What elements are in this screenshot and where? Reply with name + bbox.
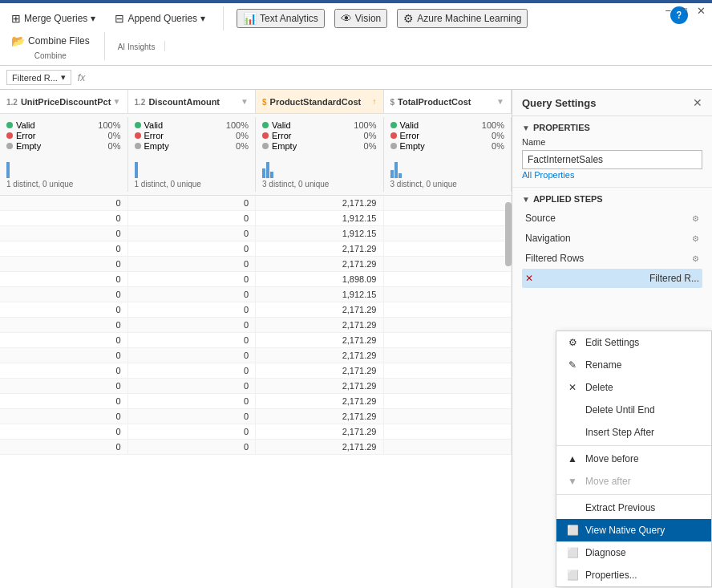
- valid-dot-1: [135, 122, 141, 128]
- cell-0-2: 2,171.29: [256, 196, 384, 210]
- context-extract-previous-label: Extract Previous: [585, 502, 655, 513]
- cell-4-1: 0: [128, 257, 257, 271]
- cell-16-1: 0: [128, 440, 257, 454]
- step-source-label: Source: [525, 213, 556, 224]
- azure-ml-btn[interactable]: ⚙ Azure Machine Learning: [397, 9, 528, 28]
- text-analytics-btn[interactable]: 📊 Text Analytics: [237, 9, 325, 28]
- error-label-0: Error: [16, 131, 35, 140]
- empty-dot-3: [390, 143, 397, 149]
- ribbon-divider: [223, 6, 224, 30]
- formula-bar: Filtered R... ▾ fx: [0, 66, 712, 90]
- col-filter-3[interactable]: ▼: [496, 97, 504, 106]
- merge-queries-label: Merge Queries: [24, 13, 87, 24]
- close-btn[interactable]: ✕: [697, 5, 706, 17]
- step-navigation[interactable]: Navigation ⚙: [522, 229, 702, 248]
- col-filter-0[interactable]: ▼: [113, 97, 121, 106]
- context-divider-1: [556, 445, 711, 446]
- table-row: 002,171.29: [0, 363, 512, 379]
- minimize-btn[interactable]: −: [665, 5, 672, 17]
- cell-12-2: 2,171.29: [256, 379, 384, 393]
- cell-9-1: 0: [128, 333, 257, 347]
- vision-btn[interactable]: 👁 Vision: [334, 9, 387, 28]
- valid-pct-0: 100%: [98, 120, 120, 130]
- maximize-btn[interactable]: □: [681, 5, 687, 17]
- empty-dot-2: [262, 143, 269, 149]
- cell-9-0: 0: [0, 333, 128, 347]
- formula-step-name: Filtered R...: [12, 73, 58, 83]
- step-error-icon: ✕: [525, 273, 533, 284]
- table-row: 002,171.29: [0, 348, 512, 363]
- context-edit-settings[interactable]: ⚙ Edit Settings: [556, 331, 711, 354]
- quality-bar-1: [135, 162, 138, 178]
- vertical-scrollbar[interactable]: [505, 202, 512, 266]
- combine-files-label: Combine Files: [28, 35, 90, 47]
- fx-label: fx: [78, 72, 85, 83]
- error-dot-1: [135, 132, 141, 139]
- cell-1-1: 0: [128, 211, 257, 225]
- cell-5-2: 1,898.09: [256, 272, 384, 286]
- step-filtered-r-active[interactable]: ✕ Filtered R...: [522, 269, 702, 288]
- valid-pct-2: 100%: [354, 120, 376, 130]
- cell-13-1: 0: [128, 394, 257, 408]
- cell-13-2: 2,171.29: [256, 394, 384, 408]
- cell-13-0: 0: [0, 394, 128, 408]
- context-diagnose[interactable]: ⬜ Diagnose: [556, 541, 711, 564]
- table-row: 002,171.29: [0, 241, 512, 257]
- col-sort-2[interactable]: ↑: [373, 97, 377, 106]
- context-insert-step-after[interactable]: Insert Step After: [556, 421, 711, 444]
- error-dot-0: [6, 132, 13, 139]
- context-rename[interactable]: ✎ Rename: [556, 354, 711, 376]
- context-edit-settings-label: Edit Settings: [585, 337, 639, 348]
- step-navigation-gear-icon[interactable]: ⚙: [692, 234, 699, 243]
- cell-15-2: 2,171.29: [256, 424, 384, 439]
- query-panel-close-btn[interactable]: ✕: [693, 96, 702, 109]
- context-move-after-label: Move after: [585, 476, 631, 487]
- valid-dot-2: [262, 122, 269, 128]
- context-delete-until-end[interactable]: Delete Until End: [556, 399, 711, 421]
- diagnose-icon: ⬜: [566, 546, 579, 559]
- rename-icon: ✎: [566, 359, 579, 371]
- table-row: 001,912.15: [0, 287, 512, 302]
- table-row: 002,171.29: [0, 440, 512, 455]
- query-name-input[interactable]: [522, 150, 702, 169]
- col-filter-1[interactable]: ▼: [241, 97, 249, 106]
- context-move-before-label: Move before: [585, 453, 639, 464]
- extract-previous-icon: [566, 501, 579, 514]
- step-source[interactable]: Source ⚙: [522, 209, 702, 228]
- context-delete-until-end-label: Delete Until End: [585, 404, 655, 416]
- context-view-native-query[interactable]: ⬜ View Native Query: [556, 519, 711, 541]
- context-delete-label: Delete: [585, 382, 613, 393]
- step-filtered-rows[interactable]: Filtered Rows ⚙: [522, 249, 702, 268]
- cell-6-0: 0: [0, 287, 128, 302]
- all-properties-link[interactable]: All Properties: [522, 170, 574, 180]
- quality-bar-3c: [398, 173, 402, 178]
- empty-dot-1: [135, 143, 141, 149]
- append-queries-btn[interactable]: ⊟ Append Queries ▾: [110, 10, 210, 27]
- cell-15-0: 0: [0, 424, 128, 439]
- col-name-2: ProductStandardCost: [270, 97, 362, 107]
- col-header-1[interactable]: 1.2DiscountAmount ▼: [128, 90, 257, 113]
- step-source-gear-icon[interactable]: ⚙: [692, 214, 699, 223]
- col-header-0[interactable]: 1.2UnitPriceDiscountPct ▼: [0, 90, 128, 113]
- context-properties-label: Properties...: [585, 570, 637, 581]
- data-rows: 002,171.29 001,912.15 001,912.15 002,171…: [0, 196, 512, 588]
- context-properties[interactable]: ⬜ Properties...: [556, 564, 711, 586]
- error-dot-3: [390, 132, 397, 139]
- context-extract-previous[interactable]: Extract Previous: [556, 497, 711, 519]
- combine-files-btn[interactable]: 📂 Combine Files: [6, 32, 95, 50]
- edit-settings-icon: ⚙: [566, 336, 579, 349]
- col-header-2[interactable]: $ProductStandardCost ↑: [256, 90, 384, 113]
- merge-queries-btn[interactable]: ⊞ Merge Queries ▾: [6, 10, 100, 27]
- valid-dot-0: [6, 122, 13, 128]
- quality-footer-2: 3 distinct, 0 unique: [262, 180, 377, 189]
- quality-footer-1: 1 distinct, 0 unique: [135, 180, 249, 189]
- valid-dot-3: [390, 122, 397, 128]
- col-header-3[interactable]: $TotalProductCost ▼: [384, 90, 512, 113]
- formula-dropdown[interactable]: Filtered R... ▾: [6, 70, 71, 85]
- cell-8-2: 2,171.29: [256, 318, 384, 332]
- context-move-before[interactable]: ▲ Move before: [556, 448, 711, 470]
- ribbon: ⊞ Merge Queries ▾ ⊟ Append Queries ▾ 📊 T…: [0, 3, 712, 66]
- table-row: 002,171.29: [0, 257, 512, 272]
- step-filtered-rows-gear-icon[interactable]: ⚙: [692, 254, 699, 263]
- context-delete[interactable]: ✕ Delete: [556, 376, 711, 399]
